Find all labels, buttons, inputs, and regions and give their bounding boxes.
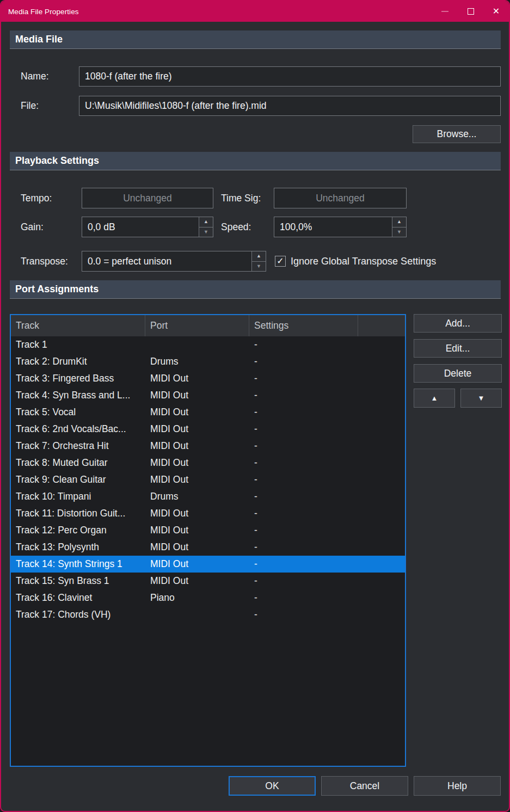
table-row[interactable]: Track 16: ClavinetPiano- xyxy=(11,589,405,606)
table-row[interactable]: Track 8: Muted GuitarMIDI Out- xyxy=(11,454,405,471)
settings-cell: - xyxy=(249,525,358,536)
spin-up-icon: ▲ xyxy=(397,219,402,224)
tempo-value: Unchanged xyxy=(82,193,213,204)
spin-up-icon: ▲ xyxy=(256,254,261,259)
gain-spinner: ▲ ▼ xyxy=(199,217,213,237)
table-row[interactable]: Track 2: DrumKitDrums- xyxy=(11,353,405,370)
column-header-port[interactable]: Port xyxy=(145,315,249,336)
track-cell: Track 10: Timpani xyxy=(11,491,145,502)
settings-cell: - xyxy=(249,440,358,452)
table-row[interactable]: Track 11: Distortion Guit...MIDI Out- xyxy=(11,505,405,522)
settings-cell: - xyxy=(249,592,358,604)
table-header-row: Track Port Settings xyxy=(11,315,405,336)
track-cell: Track 3: Fingered Bass xyxy=(11,373,145,384)
table-row[interactable]: Track 14: Synth Strings 1MIDI Out- xyxy=(11,556,405,573)
table-row[interactable]: Track 10: TimpaniDrums- xyxy=(11,488,405,505)
dialog-content: Media File Name: 1080-f (after the fire)… xyxy=(1,30,509,796)
port-cell: MIDI Out xyxy=(145,373,249,384)
table-row[interactable]: Track 17: Chords (VH)- xyxy=(11,606,405,623)
arrow-up-icon: ▲ xyxy=(431,394,438,402)
browse-button[interactable]: Browse... xyxy=(413,125,501,143)
settings-cell: - xyxy=(249,339,358,350)
help-button[interactable]: Help xyxy=(414,776,501,796)
table-row[interactable]: Track 5: VocalMIDI Out- xyxy=(11,404,405,421)
playback-settings-section-title: Playback Settings xyxy=(15,155,99,167)
table-row[interactable]: Track 7: Orchestra HitMIDI Out- xyxy=(11,438,405,454)
track-cell: Track 8: Muted Guitar xyxy=(11,457,145,469)
gain-spin-up-button[interactable]: ▲ xyxy=(199,217,213,227)
move-down-button[interactable]: ▼ xyxy=(460,389,502,408)
name-input[interactable]: 1080-f (after the fire) xyxy=(79,66,501,87)
column-header-settings[interactable]: Settings xyxy=(249,315,358,336)
file-value: U:\Musik\Midifiles\1080-f (after the fir… xyxy=(79,100,500,112)
gain-value: 0,0 dB xyxy=(82,222,199,233)
track-cell: Track 11: Distortion Guit... xyxy=(11,508,145,519)
port-cell: MIDI Out xyxy=(145,390,249,401)
settings-cell: - xyxy=(249,457,358,469)
table-row[interactable]: Track 9: Clean GuitarMIDI Out- xyxy=(11,471,405,488)
track-cell: Track 6: 2nd Vocals/Bac... xyxy=(11,423,145,435)
settings-cell: - xyxy=(249,423,358,435)
table-row[interactable]: Track 4: Syn Brass and L...MIDI Out- xyxy=(11,387,405,404)
speed-spin-down-button[interactable]: ▼ xyxy=(392,227,406,237)
port-table-body[interactable]: Track 1-Track 2: DrumKitDrums-Track 3: F… xyxy=(11,336,405,766)
ok-button[interactable]: OK xyxy=(229,776,316,796)
tempo-label: Tempo: xyxy=(21,193,82,204)
port-cell: MIDI Out xyxy=(145,440,249,452)
speed-input[interactable]: 100,0% ▲ ▼ xyxy=(274,217,407,237)
track-cell: Track 7: Orchestra Hit xyxy=(11,440,145,452)
settings-cell: - xyxy=(249,609,358,620)
gain-input[interactable]: 0,0 dB ▲ ▼ xyxy=(82,217,213,237)
table-row[interactable]: Track 3: Fingered BassMIDI Out- xyxy=(11,370,405,387)
transpose-input[interactable]: 0.0 = perfect unison ▲ ▼ xyxy=(82,251,266,272)
port-cell: MIDI Out xyxy=(145,457,249,469)
table-row[interactable]: Track 13: PolysynthMIDI Out- xyxy=(11,539,405,556)
timesig-input[interactable]: Unchanged xyxy=(274,188,407,208)
maximize-icon xyxy=(468,8,474,15)
delete-button[interactable]: Delete xyxy=(414,364,502,383)
table-row[interactable]: Track 6: 2nd Vocals/Bac...MIDI Out- xyxy=(11,421,405,438)
file-input[interactable]: U:\Musik\Midifiles\1080-f (after the fir… xyxy=(79,96,501,116)
settings-cell: - xyxy=(249,407,358,418)
transpose-value: 0.0 = perfect unison xyxy=(82,256,251,267)
table-row[interactable]: Track 12: Perc OrganMIDI Out- xyxy=(11,522,405,539)
title-bar[interactable]: Media File Properties ✕ xyxy=(1,1,509,22)
speed-spin-up-button[interactable]: ▲ xyxy=(392,217,406,227)
playback-settings-section-header: Playback Settings xyxy=(10,152,501,170)
close-button[interactable]: ✕ xyxy=(483,1,509,22)
table-row[interactable]: Track 15: Syn Brass 1MIDI Out- xyxy=(11,573,405,589)
edit-button[interactable]: Edit... xyxy=(414,339,502,358)
file-label: File: xyxy=(21,100,79,112)
ignore-global-transpose-checkbox[interactable]: ✓ Ignore Global Transpose Settings xyxy=(275,256,436,267)
gain-spin-down-button[interactable]: ▼ xyxy=(199,227,213,237)
track-cell: Track 1 xyxy=(11,339,145,350)
track-cell: Track 17: Chords (VH) xyxy=(11,609,145,620)
name-label: Name: xyxy=(21,71,79,82)
minimize-icon xyxy=(441,11,448,12)
port-cell: MIDI Out xyxy=(145,575,249,587)
track-cell: Track 14: Synth Strings 1 xyxy=(11,558,145,570)
port-cell: MIDI Out xyxy=(145,525,249,536)
window-title: Media File Properties xyxy=(8,8,79,16)
timesig-value: Unchanged xyxy=(274,193,406,204)
settings-cell: - xyxy=(249,356,358,367)
column-header-track[interactable]: Track xyxy=(11,315,145,336)
arrow-down-icon: ▼ xyxy=(478,394,485,402)
move-up-button[interactable]: ▲ xyxy=(414,389,455,408)
minimize-button[interactable] xyxy=(432,1,458,22)
transpose-spinner: ▲ ▼ xyxy=(251,251,266,271)
tempo-input[interactable]: Unchanged xyxy=(82,188,213,208)
track-cell: Track 9: Clean Guitar xyxy=(11,474,145,485)
transpose-spin-up-button[interactable]: ▲ xyxy=(252,251,266,262)
spin-down-icon: ▼ xyxy=(397,230,402,235)
port-table-buttons: Add... Edit... Delete ▲ ▼ xyxy=(414,314,502,767)
transpose-spin-down-button[interactable]: ▼ xyxy=(252,262,266,272)
table-row[interactable]: Track 1- xyxy=(11,336,405,353)
column-header-blank xyxy=(358,315,405,336)
maximize-button[interactable] xyxy=(458,1,483,22)
port-cell: Drums xyxy=(145,491,249,502)
add-button[interactable]: Add... xyxy=(414,314,502,333)
settings-cell: - xyxy=(249,575,358,587)
cancel-button[interactable]: Cancel xyxy=(321,776,408,796)
check-icon: ✓ xyxy=(276,257,284,266)
